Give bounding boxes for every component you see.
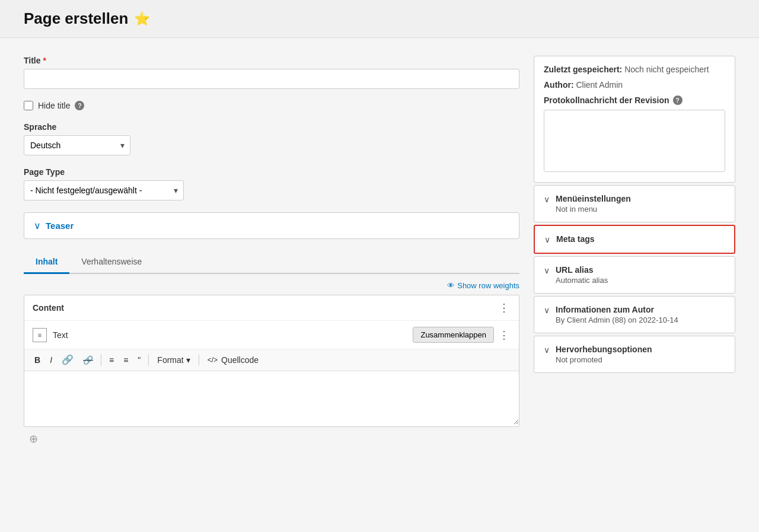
tabs-row: Inhalt Verhaltensweise <box>24 251 519 274</box>
teaser-section: ∨ Teaser <box>24 212 519 239</box>
content-block-menu-icon[interactable]: ⋮ <box>499 301 511 314</box>
quellcode-icon: </> <box>208 356 218 364</box>
hide-title-row: Hide title ? <box>24 101 519 110</box>
teaser-chevron-icon: ∨ <box>34 220 41 231</box>
menueinstellungen-title: Menüeinstellungen <box>556 194 631 203</box>
italic-button[interactable]: I <box>46 353 56 367</box>
revision-help-icon[interactable]: ? <box>673 95 683 105</box>
metatags-title: Meta tags <box>556 234 595 244</box>
format-label: Format <box>157 355 183 365</box>
text-row-menu-icon[interactable]: ⋮ <box>499 329 511 342</box>
page-title-text: Page erstellen <box>24 9 128 28</box>
title-label-text: Title <box>24 56 41 65</box>
accordion-hervorhebung: ∨ Hervorhebungsoptionen Not promoted <box>534 336 735 373</box>
author-info-chevron-icon: ∨ <box>544 305 550 315</box>
toolbar-separator-2 <box>148 354 149 366</box>
last-saved-value: Noch nicht gespeichert <box>624 65 709 74</box>
author-value: Client Admin <box>576 80 623 90</box>
accordion-urlalias: ∨ URL alias Automatic alias <box>534 256 735 294</box>
author-line: Author: Client Admin <box>544 80 725 90</box>
page-title: Page erstellen ⭐ <box>24 9 735 28</box>
author-info-title: Informationen zum Autor <box>556 305 678 314</box>
unordered-list-button[interactable]: ≡ <box>105 353 118 367</box>
text-row-left: ≡ Text <box>33 328 68 342</box>
page-type-label: Page Type <box>24 167 519 177</box>
tab-verhaltensweise[interactable]: Verhaltensweise <box>69 251 154 274</box>
zusammenklappen-button[interactable]: Zusammenklappen <box>413 327 494 343</box>
urlalias-sub: Automatic alias <box>556 276 608 285</box>
author-info-sub: By Client Admin (88) on 2022-10-14 <box>556 316 678 324</box>
required-marker: * <box>43 56 46 65</box>
show-row-weights-label: Show row weights <box>457 281 519 290</box>
editor-textarea[interactable] <box>24 371 519 425</box>
link-button[interactable]: 🔗 <box>58 353 78 367</box>
content-block-header: Content ⋮ <box>24 295 519 321</box>
accordion-hervorhebung-header[interactable]: ∨ Hervorhebungsoptionen Not promoted <box>534 336 735 372</box>
sprache-label: Sprache <box>24 122 519 132</box>
revision-textarea[interactable] <box>544 110 725 172</box>
star-icon: ⭐ <box>134 11 150 27</box>
urlalias-chevron-icon: ∨ <box>544 266 550 275</box>
revision-label: Protokollnachricht der Revision ? <box>544 95 725 105</box>
hervorhebung-sub: Not promoted <box>556 355 652 364</box>
show-row-weights-link[interactable]: 👁 Show row weights <box>447 281 519 290</box>
quellcode-label: Quellcode <box>221 355 259 365</box>
hervorhebung-title: Hervorhebungsoptionen <box>556 345 652 354</box>
toolbar-separator-1 <box>101 354 101 366</box>
accordion-urlalias-header[interactable]: ∨ URL alias Automatic alias <box>534 257 735 293</box>
main-content: Title * Hide title ? Sprache Deutsch Eng… <box>0 38 759 464</box>
sprache-select[interactable]: Deutsch English <box>24 135 130 155</box>
accordion-metatags: ∨ Meta tags <box>534 225 735 254</box>
tab-inhalt[interactable]: Inhalt <box>24 251 69 274</box>
teaser-header[interactable]: ∨ Teaser <box>24 213 519 238</box>
revision-label-text: Protokollnachricht der Revision <box>544 95 669 105</box>
toolbar-separator-3 <box>199 354 199 366</box>
accordion-menueinstellungen: ∨ Menüeinstellungen Not in menu <box>534 185 735 222</box>
menueinstellungen-sub: Not in menu <box>556 205 631 214</box>
page-type-select-wrapper: - Nicht festgelegt/ausgewählt - ▾ <box>24 180 184 200</box>
metatags-chevron-icon: ∨ <box>544 235 550 244</box>
format-chevron-icon: ▾ <box>186 355 190 365</box>
drag-handle-icon[interactable]: ⊕ <box>26 432 40 446</box>
left-panel: Title * Hide title ? Sprache Deutsch Eng… <box>24 56 519 446</box>
blockquote-button[interactable]: " <box>133 353 145 367</box>
bold-button[interactable]: B <box>30 353 44 367</box>
urlalias-title: URL alias <box>556 265 608 275</box>
help-icon[interactable]: ? <box>75 101 84 110</box>
hide-title-checkbox[interactable] <box>24 101 33 110</box>
title-input[interactable] <box>24 69 519 89</box>
page-header: Page erstellen ⭐ <box>0 0 759 38</box>
format-button[interactable]: Format ▾ <box>152 353 194 367</box>
hervorhebung-chevron-icon: ∨ <box>544 345 550 355</box>
title-label: Title * <box>24 56 519 65</box>
page-type-select[interactable]: - Nicht festgelegt/ausgewählt - <box>24 180 184 200</box>
last-saved-line: Zuletzt gespeichert: Noch nicht gespeich… <box>544 65 725 74</box>
accordion-author-info: ∨ Informationen zum Autor By Client Admi… <box>534 296 735 333</box>
eye-icon: 👁 <box>447 281 455 290</box>
accordion-list: ∨ Menüeinstellungen Not in menu ∨ Meta t… <box>534 185 735 373</box>
right-panel: Zuletzt gespeichert: Noch nicht gespeich… <box>534 56 735 375</box>
title-field-group: Title * <box>24 56 519 89</box>
text-item-label: Text <box>53 330 68 340</box>
metadata-card-body: Zuletzt gespeichert: Noch nicht gespeich… <box>534 56 735 182</box>
unlink-button[interactable]: 🔗 <box>79 353 97 367</box>
show-row-weights: 👁 Show row weights <box>24 281 519 290</box>
page-type-field-group: Page Type - Nicht festgelegt/ausgewählt … <box>24 167 519 200</box>
sprache-select-wrapper: Deutsch English ▾ <box>24 135 130 155</box>
text-row: ≡ Text Zusammenklappen ⋮ <box>24 321 519 349</box>
editor-toolbar: B I 🔗 🔗 ≡ ≡ " Format ▾ </> Quellcode <box>24 349 519 371</box>
accordion-metatags-header[interactable]: ∨ Meta tags <box>535 226 734 253</box>
last-saved-label: Zuletzt gespeichert: <box>544 65 622 74</box>
teaser-label: Teaser <box>46 221 74 231</box>
accordion-author-info-header[interactable]: ∨ Informationen zum Autor By Client Admi… <box>534 297 735 333</box>
metadata-card: Zuletzt gespeichert: Noch nicht gespeich… <box>534 56 735 183</box>
sprache-field-group: Sprache Deutsch English ▾ <box>24 122 519 155</box>
accordion-menueinstellungen-header[interactable]: ∨ Menüeinstellungen Not in menu <box>534 186 735 222</box>
quellcode-button[interactable]: </> Quellcode <box>203 353 263 367</box>
author-label: Author: <box>544 80 574 90</box>
ordered-list-button[interactable]: ≡ <box>119 353 132 367</box>
menueinstellungen-chevron-icon: ∨ <box>544 195 550 204</box>
hide-title-label: Hide title <box>38 101 70 110</box>
text-block-icon: ≡ <box>33 328 47 342</box>
content-block: Content ⋮ ≡ Text Zusammenklappen ⋮ B I 🔗 <box>24 295 519 427</box>
